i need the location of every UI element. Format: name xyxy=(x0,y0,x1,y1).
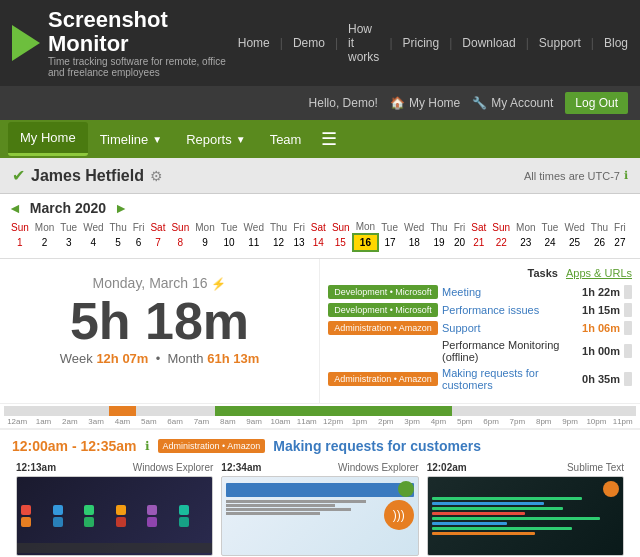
hour-block xyxy=(83,406,109,416)
my-home-link[interactable]: 🏠 My Home xyxy=(390,96,460,110)
hour-col: 8pm xyxy=(531,406,557,426)
hour-block xyxy=(346,406,372,416)
cal-date[interactable]: 23 xyxy=(513,234,538,251)
cal-dow: Tue xyxy=(218,220,241,234)
week-time: 12h 07m xyxy=(96,351,148,366)
my-account-link[interactable]: 🔧 My Account xyxy=(472,96,553,110)
screenshot-3-thumb[interactable] xyxy=(427,476,624,556)
text-line4 xyxy=(226,512,319,515)
tab-apps-urls[interactable]: Apps & URLs xyxy=(566,267,632,279)
nav-home[interactable]: Home xyxy=(238,36,270,50)
browser-bar xyxy=(226,483,413,497)
detail-title: Making requests for customers xyxy=(273,438,481,454)
cal-date[interactable]: 27 xyxy=(611,234,629,251)
nav-how-it-works[interactable]: How it works xyxy=(348,22,379,64)
cal-dow: Fri xyxy=(290,220,308,234)
cal-date[interactable]: 25 xyxy=(561,234,587,251)
nav-pricing[interactable]: Pricing xyxy=(403,36,440,50)
cal-date[interactable]: 21 xyxy=(468,234,489,251)
tab-tasks[interactable]: Tasks xyxy=(528,267,558,279)
cal-date[interactable]: 28 xyxy=(629,234,632,251)
cal-date[interactable]: 20 xyxy=(451,234,469,251)
cal-date[interactable]: 13 xyxy=(290,234,308,251)
cal-date[interactable]: 8 xyxy=(168,234,192,251)
cal-date[interactable]: 26 xyxy=(588,234,611,251)
screenshot-1-time: 12:13am xyxy=(16,462,56,473)
cal-date[interactable]: 1 xyxy=(8,234,32,251)
nav-blog[interactable]: Blog xyxy=(604,36,628,50)
cal-prev[interactable]: ◄ xyxy=(8,200,22,216)
cal-date[interactable]: 5 xyxy=(107,234,130,251)
cal-date[interactable]: 6 xyxy=(130,234,148,251)
panel-tabs: Tasks Apps & URLs xyxy=(328,267,632,279)
task-name[interactable]: Performance issues xyxy=(442,304,578,316)
hour-label: 6pm xyxy=(483,417,499,426)
task-bar xyxy=(624,344,632,358)
icon11 xyxy=(147,517,157,527)
cal-dow: Thu xyxy=(107,220,130,234)
hour-block xyxy=(425,406,451,416)
nav-support[interactable]: Support xyxy=(539,36,581,50)
cal-next[interactable]: ► xyxy=(114,200,128,216)
cal-date[interactable]: 2 xyxy=(32,234,57,251)
hour-col: 4am xyxy=(109,406,135,426)
hour-label: 5pm xyxy=(457,417,473,426)
code-6 xyxy=(432,522,507,525)
task-row: Development • MicrosoftMeeting1h 22m xyxy=(328,285,632,299)
hour-block xyxy=(241,406,267,416)
task-name[interactable]: Making requests for customers xyxy=(442,367,578,391)
settings-icon[interactable]: ⚙ xyxy=(150,168,163,184)
screenshot-3-label: 12:02am Sublime Text xyxy=(427,462,624,473)
text-line2 xyxy=(226,504,335,507)
nav-demo[interactable]: Demo xyxy=(293,36,325,50)
cal-date[interactable]: 11 xyxy=(241,234,267,251)
nav-timeline[interactable]: Timeline ▼ xyxy=(88,124,175,155)
nav-my-home[interactable]: My Home xyxy=(8,122,88,156)
hour-col: 10pm xyxy=(583,406,609,426)
cal-date[interactable]: 17 xyxy=(378,234,401,251)
hour-block xyxy=(162,406,188,416)
screenshot-2-thumb[interactable]: ))) xyxy=(221,476,418,556)
cal-date[interactable]: 14 xyxy=(308,234,329,251)
cal-date[interactable]: 24 xyxy=(539,234,562,251)
cal-date[interactable]: 22 xyxy=(489,234,513,251)
main-navbar: My Home Timeline ▼ Reports ▼ Team ☰ xyxy=(0,120,640,158)
screenshot-3-time: 12:02am xyxy=(427,462,467,473)
screenshot-1-thumb[interactable] xyxy=(16,476,213,556)
cal-date[interactable]: 3 xyxy=(57,234,80,251)
hour-label: 4pm xyxy=(431,417,447,426)
logout-button[interactable]: Log Out xyxy=(565,92,628,114)
hour-col: 5pm xyxy=(452,406,478,426)
hour-col: 9pm xyxy=(557,406,583,426)
cal-date[interactable]: 10 xyxy=(218,234,241,251)
cal-date[interactable]: 15 xyxy=(329,234,353,251)
cal-date[interactable]: 7 xyxy=(147,234,168,251)
nav-reports[interactable]: Reports ▼ xyxy=(174,124,257,155)
nav-team[interactable]: Team xyxy=(258,124,314,155)
cal-dow: Sat xyxy=(468,220,489,234)
cal-date[interactable]: 18 xyxy=(401,234,427,251)
timezone-label: All times are UTC-7 xyxy=(524,170,620,182)
cal-date[interactable]: 16 xyxy=(353,234,378,251)
cal-date[interactable]: 4 xyxy=(80,234,106,251)
cal-date[interactable]: 9 xyxy=(192,234,217,251)
hour-block xyxy=(583,406,609,416)
task-bar xyxy=(624,303,632,317)
nav-download[interactable]: Download xyxy=(462,36,515,50)
hour-col: 7pm xyxy=(504,406,530,426)
screenshot-1-app: Windows Explorer xyxy=(133,462,214,473)
text-line1 xyxy=(226,500,366,503)
logo-text: Screenshot Monitor Time tracking softwar… xyxy=(48,8,238,78)
task-time: 1h 00m xyxy=(582,345,620,357)
icon12 xyxy=(179,517,189,527)
hamburger-icon[interactable]: ☰ xyxy=(313,120,345,158)
hour-label: 12pm xyxy=(323,417,343,426)
task-name[interactable]: Meeting xyxy=(442,286,578,298)
hour-block xyxy=(57,406,83,416)
cal-date[interactable]: 12 xyxy=(267,234,290,251)
task-name[interactable]: Support xyxy=(442,322,578,334)
cal-date[interactable]: 19 xyxy=(427,234,450,251)
hour-label: 4am xyxy=(115,417,131,426)
hour-label: 9am xyxy=(246,417,262,426)
detail-section: 12:00am - 12:35am ℹ Administration • Ama… xyxy=(0,428,640,557)
